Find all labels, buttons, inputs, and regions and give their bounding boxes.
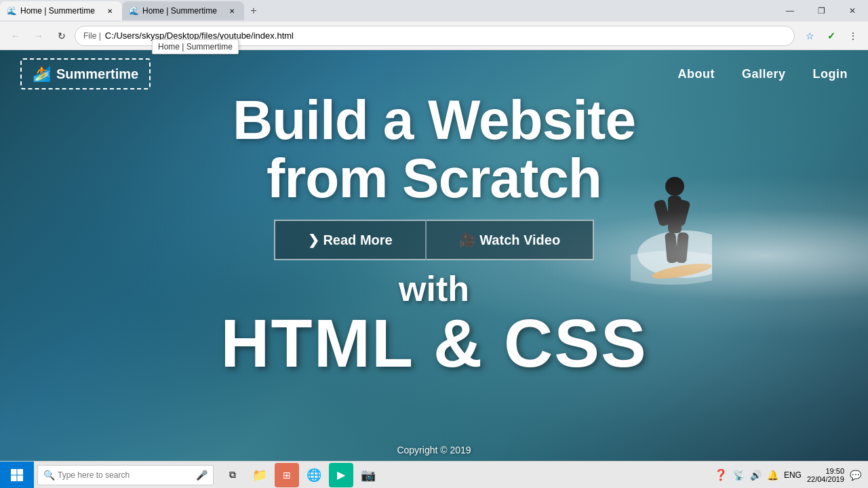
new-tab-button[interactable]: + [244,1,263,20]
tab-1[interactable]: 🌊 Home | Summertime ✕ [0,1,122,20]
hero-title-line1: Build a Website [233,91,635,149]
read-more-button[interactable]: ❯ Read More [274,220,426,260]
taskbar-search-input[interactable] [58,470,180,480]
back-button[interactable]: ← [5,26,26,46]
svg-rect-10 [18,469,24,475]
microphone-icon[interactable]: 🎤 [196,470,208,481]
tab1-close[interactable]: ✕ [104,5,115,16]
app-icon-5[interactable]: ▶ [329,463,353,487]
copyright-text: Copyright © 2019 [397,445,471,455]
clock-date: 22/04/2019 [807,475,844,483]
taskbar-right: ❓ 📡 🔊 🔔 ENG 19:50 22/04/2019 💬 [714,467,868,483]
tab1-favicon: 🌊 [7,6,16,16]
website-frame: 🏄 Summertime About Gallery Login Build a… [0,50,868,461]
help-icon[interactable]: ❓ [714,468,728,481]
browser-window: 🌊 Home | Summertime ✕ 🌊 Home | Summertim… [0,0,868,461]
protocol-label: File | [83,31,101,41]
svg-rect-9 [11,469,17,475]
taskbar-search-box[interactable]: 🔍 🎤 [37,465,214,485]
tab2-close[interactable]: ✕ [226,5,237,16]
hero-with-text: with [399,268,469,309]
title-bar: 🌊 Home | Summertime ✕ 🌊 Home | Summertim… [0,0,868,22]
tab1-title: Home | Summertime [20,6,100,16]
refresh-button[interactable]: ↻ [52,26,72,46]
nav-links: About Gallery Login [677,67,848,81]
hero-title-line3: HTML & CSS [220,309,647,377]
svg-rect-11 [11,475,17,481]
svg-rect-12 [18,475,24,481]
hero-title-line2: from Scratch [267,149,601,207]
site-logo[interactable]: 🏄 Summertime [20,58,151,89]
close-button[interactable]: ✕ [837,0,868,22]
toolbar: ← → ↻ File | ☆ ✓ ⋮ [0,22,868,50]
taskbar-pinned-apps: ⧉ 📁 ⊞ 🌐 ▶ 📷 [220,463,380,487]
app-icon-6[interactable]: 📷 [356,463,380,487]
tabs-area: 🌊 Home | Summertime ✕ 🌊 Home | Summertim… [0,1,774,20]
taskbar-clock: 19:50 22/04/2019 [807,467,844,483]
check-icon: ✓ [822,26,841,45]
start-button[interactable] [0,462,34,489]
menu-button[interactable]: ⋮ [844,26,863,45]
bookmark-button[interactable]: ☆ [800,26,819,45]
window-controls: — ❐ ✕ [774,0,868,22]
nav-login[interactable]: Login [813,67,848,81]
action-center-icon[interactable]: 💬 [850,470,861,481]
maximize-button[interactable]: ❐ [806,0,837,22]
lang-indicator: ENG [784,470,802,480]
logo-text: Summertime [56,66,138,82]
tab-2[interactable]: 🌊 Home | Summertime ✕ [122,1,244,20]
file-explorer-icon[interactable]: 📁 [248,463,272,487]
notification-icon[interactable]: 🔔 [767,470,778,481]
taskbar: 🔍 🎤 ⧉ 📁 ⊞ 🌐 ▶ 📷 ❓ 📡 🔊 🔔 ENG 19:50 22/04/… [0,461,868,488]
hero-buttons: ❯ Read More 🎥 Watch Video [274,220,594,260]
watch-video-button[interactable]: 🎥 Watch Video [426,220,594,260]
network-icon[interactable]: 📡 [733,470,745,481]
logo-icon: 🏄 [33,65,51,83]
hero-content: Build a Website from Scratch ❯ Read More… [0,50,868,461]
site-footer: Copyright © 2019 [0,445,868,455]
tab-tooltip: Home | Summertime [152,39,239,54]
windows-icon[interactable]: ⊞ [275,463,299,487]
minimize-button[interactable]: — [774,0,806,22]
clock-time: 19:50 [825,467,844,475]
tab2-favicon: 🌊 [129,6,138,16]
site-nav: 🏄 Summertime About Gallery Login [0,50,868,98]
toolbar-right: ☆ ✓ ⋮ [800,26,863,45]
tab2-title: Home | Summertime [142,6,222,16]
volume-icon[interactable]: 🔊 [750,470,762,481]
nav-gallery[interactable]: Gallery [742,67,786,81]
search-icon: 🔍 [43,470,55,481]
nav-about[interactable]: About [677,67,714,81]
task-view-button[interactable]: ⧉ [220,463,245,487]
forward-button[interactable]: → [28,26,49,46]
chrome-icon[interactable]: 🌐 [302,463,326,487]
